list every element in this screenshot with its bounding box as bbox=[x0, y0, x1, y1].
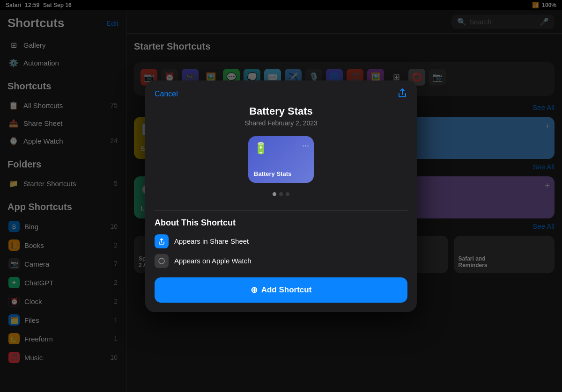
share-sheet-item: Appears in Share Sheet bbox=[155, 234, 407, 248]
shortcut-preview-card: 🔋 ··· Battery Stats bbox=[248, 136, 314, 183]
cancel-button[interactable]: Cancel bbox=[155, 90, 178, 98]
add-icon: ⊕ bbox=[251, 285, 258, 295]
preview-card-label: Battery Stats bbox=[254, 170, 291, 177]
modal-overlay: Cancel Battery Stats Shared February 2, … bbox=[0, 0, 562, 392]
dot-2 bbox=[279, 192, 283, 196]
apple-watch-item: Appears on Apple Watch bbox=[155, 254, 407, 268]
modal-body: Battery Stats Shared February 2, 2023 🔋 … bbox=[145, 101, 417, 312]
modal-subtitle: Shared February 2, 2023 bbox=[155, 119, 407, 127]
add-shortcut-label: Add Shortcut bbox=[261, 285, 312, 295]
about-title: About This Shortcut bbox=[155, 218, 407, 228]
add-shortcut-button[interactable]: ⊕ Add Shortcut bbox=[155, 277, 407, 303]
share-button[interactable] bbox=[397, 88, 407, 101]
share-sheet-item-icon bbox=[155, 234, 169, 248]
battery-stats-modal: Cancel Battery Stats Shared February 2, … bbox=[145, 80, 417, 312]
dot-1 bbox=[273, 192, 276, 196]
dot-3 bbox=[286, 192, 289, 196]
preview-dots-icon: ··· bbox=[302, 141, 309, 151]
modal-title: Battery Stats bbox=[155, 105, 407, 117]
modal-header: Cancel bbox=[145, 80, 417, 101]
share-sheet-item-label: Appears in Share Sheet bbox=[174, 237, 249, 245]
apple-watch-item-icon bbox=[155, 254, 169, 268]
dots-indicator bbox=[155, 192, 407, 196]
svg-point-0 bbox=[159, 258, 164, 264]
about-section: About This Shortcut Appears in Share She… bbox=[155, 210, 407, 268]
battery-preview-icon: 🔋 bbox=[254, 142, 268, 155]
apple-watch-item-label: Appears on Apple Watch bbox=[174, 257, 251, 265]
